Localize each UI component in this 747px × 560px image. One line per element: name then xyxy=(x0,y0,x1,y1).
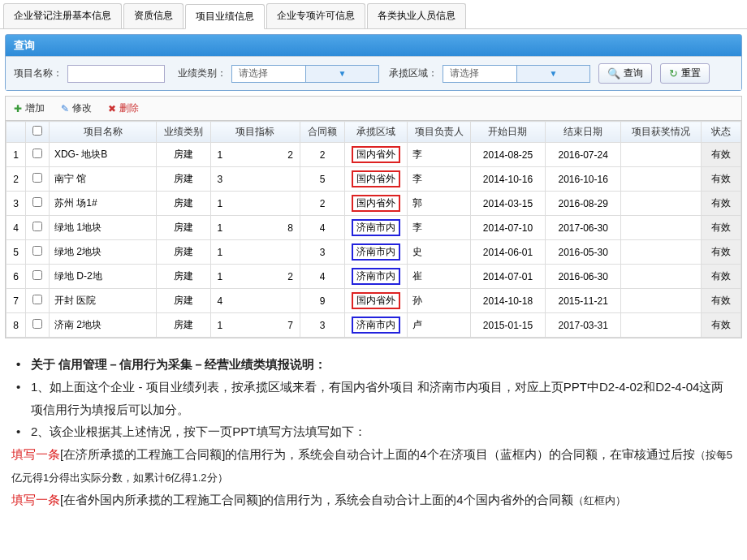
table-row: 1XDG- 地块B房建122国内省外李2014-08-252016-07-24有… xyxy=(6,143,741,167)
cell-indicator: 1 xyxy=(210,192,300,216)
col-header: 合同额 xyxy=(300,122,344,143)
reset-icon: ↻ xyxy=(669,67,678,80)
type-label: 业绩类别： xyxy=(178,67,227,80)
col-header: 承揽区域 xyxy=(345,122,408,143)
row-checkbox[interactable] xyxy=(32,222,42,231)
col-header: 项目名称 xyxy=(49,122,156,143)
add-button[interactable]: ✚增加 xyxy=(14,101,45,115)
cell-manager: 郭 xyxy=(408,192,470,216)
tab-1[interactable]: 资质信息 xyxy=(123,3,184,28)
note-text: [在省外国内所承揽的工程施工合同额]的信用行为，系统会自动合计上面的4个国内省外… xyxy=(60,493,573,506)
row-check-cell xyxy=(26,240,50,265)
red-text: 填写一条 xyxy=(11,447,60,461)
row-checkbox[interactable] xyxy=(32,295,42,304)
table-row: 3苏州 场1#房建12国内省外郭2014-03-152016-08-29有效 xyxy=(6,192,741,216)
col-header: 项目指标 xyxy=(210,122,300,143)
row-index: 7 xyxy=(6,289,26,313)
region-select[interactable]: 请选择 ▼ xyxy=(443,65,590,83)
project-name-input[interactable] xyxy=(67,65,165,83)
row-index: 2 xyxy=(6,167,26,192)
note-line-1: 1、如上面这个企业 - 项目业绩列表，按承揽区域来看，有国内省外项目 和济南市内… xyxy=(11,376,736,421)
reset-button[interactable]: ↻ 重置 xyxy=(660,63,710,84)
cell-amount: 5 xyxy=(300,167,344,192)
query-form: 项目名称： 业绩类别： 请选择 ▼ 承揽区域： 请选择 ▼ 🔍 查询 ↻ 重置 xyxy=(6,56,741,90)
row-index: 6 xyxy=(6,265,26,289)
cell-award xyxy=(621,216,702,240)
cell-start: 2014-06-01 xyxy=(470,240,546,265)
cell-award xyxy=(621,265,702,289)
row-checkbox[interactable] xyxy=(32,173,42,183)
cell-name: 绿地 1地块 xyxy=(49,216,156,240)
cell-end: 2017-03-31 xyxy=(546,313,621,338)
col-header xyxy=(6,122,26,143)
col-header: 项目获奖情况 xyxy=(621,122,702,143)
row-index: 3 xyxy=(6,192,26,216)
cell-category: 房建 xyxy=(157,192,210,216)
edit-button[interactable]: ✎修改 xyxy=(61,101,92,115)
tab-4[interactable]: 各类执业人员信息 xyxy=(367,3,466,28)
cell-amount: 2 xyxy=(300,192,344,216)
note-small: （红框内） xyxy=(573,494,626,506)
tab-3[interactable]: 企业专项许可信息 xyxy=(266,3,365,28)
query-panel: 查询 项目名称： 业绩类别： 请选择 ▼ 承揽区域： 请选择 ▼ 🔍 查询 ↻ … xyxy=(5,34,742,91)
cell-name: XDG- 地块B xyxy=(49,143,156,167)
row-checkbox[interactable] xyxy=(32,319,42,329)
row-check-cell xyxy=(26,265,50,289)
cell-award xyxy=(621,289,702,313)
cell-status: 有效 xyxy=(702,313,741,338)
row-check-cell xyxy=(26,143,50,167)
col-header: 结束日期 xyxy=(546,122,621,143)
cell-name: 济南 2地块 xyxy=(49,313,156,338)
cell-amount: 3 xyxy=(300,240,344,265)
row-checkbox[interactable] xyxy=(32,246,42,256)
type-select[interactable]: 请选择 ▼ xyxy=(231,65,379,83)
cell-manager: 崔 xyxy=(408,265,470,289)
x-icon: ✖ xyxy=(108,103,116,114)
row-checkbox[interactable] xyxy=(32,197,42,207)
cell-category: 房建 xyxy=(157,143,210,167)
row-checkbox[interactable] xyxy=(32,149,42,158)
cell-name: 绿地 D-2地 xyxy=(49,265,156,289)
cell-award xyxy=(621,143,702,167)
cell-award xyxy=(621,167,702,192)
select-all-checkbox[interactable] xyxy=(32,126,42,136)
cell-start: 2014-07-10 xyxy=(470,216,546,240)
cell-manager: 李 xyxy=(408,143,470,167)
cell-category: 房建 xyxy=(157,289,210,313)
cell-end: 2016-08-29 xyxy=(546,192,621,216)
search-button[interactable]: 🔍 查询 xyxy=(598,63,652,84)
cell-name: 开封 医院 xyxy=(49,289,156,313)
note-line-4: 填写一条[在省外国内所承揽的工程施工合同额]的信用行为，系统会自动合计上面的4个… xyxy=(11,489,736,511)
row-index: 4 xyxy=(6,216,26,240)
cell-start: 2014-08-25 xyxy=(470,143,546,167)
cell-indicator: 3 xyxy=(210,167,300,192)
cell-start: 2014-07-01 xyxy=(470,265,546,289)
cell-name: 南宁 馆 xyxy=(49,167,156,192)
table-row: 6绿地 D-2地房建124济南市内崔2014-07-012016-06-30有效 xyxy=(6,265,741,289)
col-header: 开始日期 xyxy=(470,122,546,143)
tab-2[interactable]: 项目业绩信息 xyxy=(185,4,265,29)
row-check-cell xyxy=(26,289,50,313)
tab-0[interactable]: 企业登记注册基本信息 xyxy=(3,3,122,28)
row-check-cell xyxy=(26,313,50,338)
cell-indicator: 12 xyxy=(210,143,300,167)
table-row: 7开封 医院房建49国内省外孙2014-10-182015-11-21有效 xyxy=(6,289,741,313)
region-label: 承揽区域： xyxy=(389,67,438,80)
cell-status: 有效 xyxy=(702,192,741,216)
row-checkbox[interactable] xyxy=(32,270,42,280)
query-panel-title: 查询 xyxy=(6,35,741,56)
cell-end: 2016-05-30 xyxy=(546,240,621,265)
search-icon: 🔍 xyxy=(607,67,620,80)
delete-button[interactable]: ✖删除 xyxy=(108,101,139,115)
cell-start: 2015-01-15 xyxy=(470,313,546,338)
chevron-down-icon: ▼ xyxy=(305,66,378,82)
col-header: 状态 xyxy=(702,122,741,143)
col-header xyxy=(26,122,50,143)
cell-end: 2016-06-30 xyxy=(546,265,621,289)
cell-amount: 9 xyxy=(300,289,344,313)
cell-name: 苏州 场1# xyxy=(49,192,156,216)
cell-amount: 4 xyxy=(300,216,344,240)
table-row: 5绿地 2地块房建13济南市内史2014-06-012016-05-30有效 xyxy=(6,240,741,265)
cell-manager: 李 xyxy=(408,167,470,192)
table-row: 2南宁 馆房建35国内省外李2014-10-162016-10-16有效 xyxy=(6,167,741,192)
